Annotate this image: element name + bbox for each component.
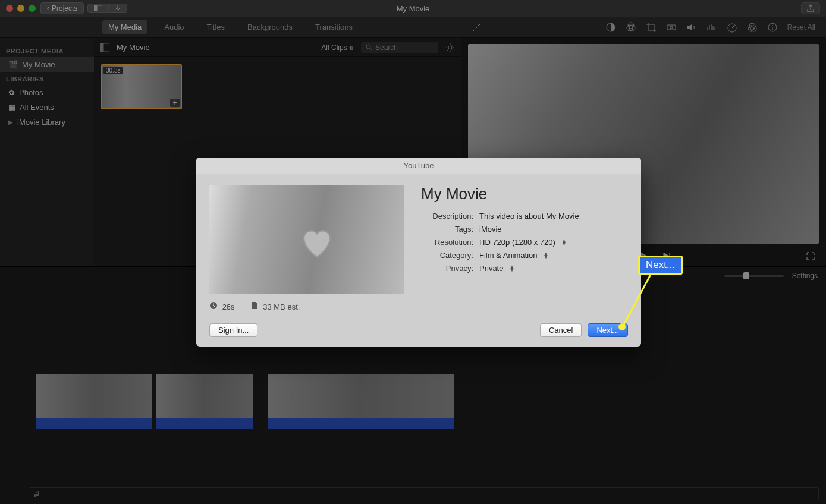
export-movie-title: My Movie [421, 185, 628, 203]
export-duration: 26s [209, 301, 235, 311]
file-icon [250, 301, 259, 310]
field-label: Resolution: [421, 238, 473, 247]
clock-icon [209, 301, 218, 310]
field-privacy: Privacy: Private ▲▼ [421, 264, 628, 273]
tags-input[interactable]: iMovie [479, 225, 502, 234]
dialog-title: YouTube [196, 158, 641, 174]
resolution-select[interactable]: HD 720p (1280 x 720) ▲▼ [479, 238, 567, 247]
field-label: Tags: [421, 225, 473, 234]
dialog-footer: Sign In... Cancel Next... [196, 323, 641, 346]
annotation-dot [618, 323, 626, 330]
cancel-button[interactable]: Cancel [540, 323, 582, 337]
youtube-export-dialog: YouTube My Movie Description: This video… [196, 158, 641, 346]
updown-icon: ▲▼ [544, 253, 549, 259]
annotation-leader-line [622, 275, 664, 329]
privacy-select[interactable]: Private ▲▼ [479, 264, 514, 273]
signin-button[interactable]: Sign In... [209, 323, 257, 337]
category-select[interactable]: Film & Animation ▲▼ [479, 251, 548, 260]
field-label: Description: [421, 212, 473, 220]
heart-icon [299, 226, 335, 259]
field-tags: Tags: iMovie [421, 225, 628, 234]
svg-line-18 [623, 275, 651, 326]
description-input[interactable]: This video is about My Movie [479, 212, 579, 220]
export-info: My Movie Description: This video is abou… [421, 185, 628, 294]
field-resolution: Resolution: HD 720p (1280 x 720) ▲▼ [421, 238, 628, 247]
updown-icon: ▲▼ [561, 240, 567, 245]
field-label: Category: [421, 251, 473, 260]
updown-icon: ▲▼ [509, 266, 514, 272]
field-description: Description: This video is about My Movi… [421, 212, 628, 220]
export-preview-thumbnail [209, 185, 404, 294]
field-label: Privacy: [421, 264, 473, 273]
annotation-callout: Next... [638, 256, 683, 275]
export-filesize: 33 MB est. [250, 301, 300, 311]
field-category: Category: Film & Animation ▲▼ [421, 251, 628, 260]
export-meta: 26s 33 MB est. [209, 301, 628, 311]
